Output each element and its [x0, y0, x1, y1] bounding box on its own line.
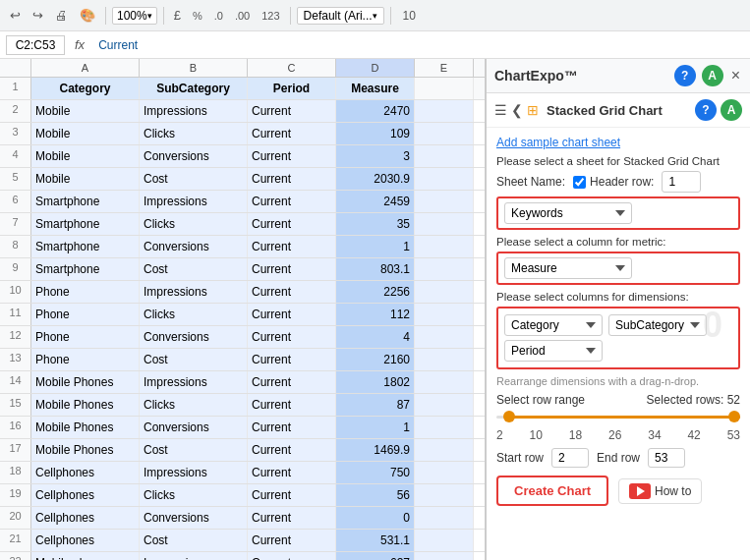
sheet-name-row: Sheet Name: Header row:: [496, 171, 740, 193]
table-row[interactable]: 17 Mobile Phones Cost Current 1469.9: [0, 439, 485, 462]
play-icon: [637, 486, 645, 496]
table-row[interactable]: 22 Mobile shop Impressions Current 637: [0, 552, 485, 560]
how-to-label: How to: [655, 484, 691, 498]
start-row-input[interactable]: [551, 448, 589, 468]
range-thumb-left[interactable]: [503, 411, 515, 422]
header-subcategory[interactable]: SubCategory: [140, 78, 248, 99]
sheet-select[interactable]: Keywords: [504, 202, 632, 224]
table-row[interactable]: 4 Mobile Conversions Current 3: [0, 145, 485, 168]
col-header-b[interactable]: B: [140, 59, 248, 77]
row-range-label: Select row range: [496, 393, 585, 407]
sheet-select-box: Keywords: [496, 196, 740, 230]
redo-button[interactable]: ↪: [29, 6, 47, 25]
table-row[interactable]: 14 Mobile Phones Impressions Current 180…: [0, 371, 485, 394]
table-row[interactable]: 7 Smartphone Clicks Current 35: [0, 213, 485, 236]
font-size: 10: [397, 7, 422, 25]
row-range-header: Select row range Selected rows: 52: [496, 393, 740, 407]
chart-user-button[interactable]: A: [721, 99, 742, 121]
font-dropdown[interactable]: Default (Ari...: [297, 7, 384, 25]
header-measure[interactable]: Measure: [336, 78, 415, 99]
dim3-select[interactable]: Period: [504, 340, 603, 362]
user-button[interactable]: A: [702, 65, 723, 86]
table-row[interactable]: 6 Smartphone Impressions Current 2459: [0, 191, 485, 213]
row-num-header: [0, 59, 31, 77]
table-row[interactable]: 16 Mobile Phones Conversions Current 1: [0, 417, 485, 439]
hamburger-icon[interactable]: ☰: [494, 102, 507, 118]
header-row-checkbox[interactable]: [573, 176, 586, 189]
start-row-label: Start row: [496, 451, 544, 465]
range-labels: 2 10 18 26 34 42 53: [496, 428, 740, 442]
dimensions-box: Category SubCategory 0 Period: [496, 307, 740, 369]
print-button[interactable]: 🖨: [51, 6, 72, 25]
undo-button[interactable]: ↩: [6, 6, 25, 25]
decimal123-button[interactable]: 123: [258, 8, 283, 24]
chartexpo-panel: ChartExpo™ ? A × ☰ ❮ ⊞ Stacked Grid Char…: [485, 59, 750, 560]
separator: [105, 7, 106, 25]
sheet-name-label: Sheet Name:: [496, 175, 565, 189]
currency-button[interactable]: £: [170, 6, 185, 25]
formula-value: Current: [94, 36, 744, 54]
percent-button[interactable]: %: [189, 8, 206, 24]
dim1-select[interactable]: Category: [504, 314, 603, 336]
col-header-c[interactable]: C: [248, 59, 336, 77]
range-thumb-right[interactable]: [728, 411, 740, 422]
spreadsheet: A B C D E 1 Category SubCategory Period …: [0, 59, 485, 560]
separator2: [163, 7, 164, 25]
table-row[interactable]: 9 Smartphone Cost Current 803.1: [0, 258, 485, 281]
create-chart-button[interactable]: Create Chart: [496, 476, 608, 506]
metric-select[interactable]: Measure: [504, 257, 632, 279]
table-row[interactable]: 2 Mobile Impressions Current 2470: [0, 100, 485, 123]
col-header-e[interactable]: E: [415, 59, 474, 77]
table-row[interactable]: 21 Cellphones Cost Current 531.1: [0, 530, 485, 552]
paint-format-button[interactable]: 🎨: [76, 6, 99, 25]
table-row[interactable]: 19 Cellphones Clicks Current 56: [0, 484, 485, 507]
table-row[interactable]: 3 Mobile Clicks Current 109: [0, 123, 485, 145]
table-row[interactable]: 18 Cellphones Impressions Current 750: [0, 462, 485, 484]
youtube-icon: [629, 483, 651, 499]
col-header-d[interactable]: D: [336, 59, 415, 77]
formula-bar: fx Current: [0, 31, 750, 59]
dim2-select[interactable]: SubCategory: [608, 314, 707, 336]
table-row[interactable]: 8 Smartphone Conversions Current 1: [0, 236, 485, 258]
table-row[interactable]: 12 Phone Conversions Current 4: [0, 326, 485, 349]
header-period[interactable]: Period: [248, 78, 336, 99]
col-header-a[interactable]: A: [31, 59, 140, 77]
main-content: A B C D E 1 Category SubCategory Period …: [0, 59, 750, 560]
header-row-input[interactable]: [662, 171, 701, 193]
decimal0-button[interactable]: .0: [210, 8, 227, 24]
panel-body: Add sample chart sheet Please select a s…: [487, 128, 750, 560]
range-slider[interactable]: [496, 409, 740, 424]
panel-title: ChartExpo™: [494, 68, 668, 84]
table-row[interactable]: 20 Cellphones Conversions Current 0: [0, 507, 485, 530]
how-to-button[interactable]: How to: [618, 478, 702, 504]
table-row[interactable]: 5 Mobile Cost Current 2030.9: [0, 168, 485, 191]
chevron-left-icon[interactable]: ❮: [511, 102, 523, 118]
metric-select-box: Measure: [496, 252, 740, 285]
header-category[interactable]: Category: [31, 78, 140, 99]
chart-type-icon[interactable]: ⊞: [527, 102, 539, 118]
header-row-text: Header row:: [590, 175, 654, 189]
separator3: [290, 7, 291, 25]
header-row-checkbox-label: Header row:: [573, 175, 654, 189]
header-row: 1 Category SubCategory Period Measure: [0, 78, 485, 100]
row-num-1: 1: [0, 78, 31, 99]
bottom-row: Create Chart How to: [496, 476, 740, 506]
table-row[interactable]: 10 Phone Impressions Current 2256: [0, 281, 485, 304]
table-row[interactable]: 11 Phone Clicks Current 112: [0, 304, 485, 326]
fx-label: fx: [71, 37, 88, 52]
metric-label: Please select a column for metric:: [496, 236, 740, 248]
zoom-dropdown[interactable]: 100%: [112, 7, 157, 25]
add-sample-link[interactable]: Add sample chart sheet: [496, 136, 740, 149]
cell-reference[interactable]: [6, 35, 65, 55]
close-button[interactable]: ×: [729, 67, 742, 84]
table-row[interactable]: 15 Mobile Phones Clicks Current 87: [0, 394, 485, 417]
chart-help-button[interactable]: ?: [695, 99, 717, 121]
toolbar: ↩ ↪ 🖨 🎨 100% £ % .0 .00 123 Default (Ari…: [0, 0, 750, 31]
decimal2-button[interactable]: .00: [231, 8, 254, 24]
help-button[interactable]: ?: [674, 65, 696, 86]
range-fill: [506, 416, 740, 419]
end-row-input[interactable]: [648, 448, 685, 468]
start-end-row: Start row End row: [496, 448, 740, 468]
header-e[interactable]: [415, 78, 474, 99]
table-row[interactable]: 13 Phone Cost Current 2160: [0, 349, 485, 371]
